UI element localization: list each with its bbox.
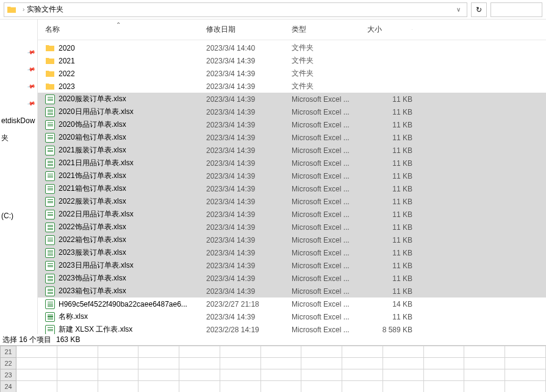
- sheet-cell[interactable]: [138, 369, 179, 381]
- table-row[interactable]: 20222023/3/4 14:39文件夹: [38, 67, 546, 80]
- sheet-cell[interactable]: [342, 358, 383, 369]
- sheet-cell[interactable]: [464, 358, 505, 369]
- sheet-cell[interactable]: [505, 381, 546, 393]
- sheet-cell[interactable]: [260, 369, 301, 381]
- breadcrumb-folder[interactable]: 实验文件夹: [27, 4, 63, 15]
- sheet-cell[interactable]: [138, 381, 179, 393]
- sheet-cell[interactable]: [220, 369, 260, 381]
- table-row[interactable]: 2020箱包订单表.xlsx2023/3/4 14:39Microsoft Ex…: [38, 131, 546, 144]
- sheet-cell[interactable]: [464, 346, 505, 358]
- sheet-cell[interactable]: [98, 346, 138, 358]
- sheet-cell[interactable]: [383, 369, 423, 381]
- table-row[interactable]: 2020服装订单表.xlsx2023/3/4 14:39Microsoft Ex…: [38, 93, 546, 105]
- sidebar-item[interactable]: 📌: [0, 78, 37, 95]
- spreadsheet-grid[interactable]: 21222324: [0, 345, 546, 392]
- excel-icon: [45, 120, 55, 130]
- sheet-cell[interactable]: [98, 358, 138, 369]
- sheet-cell[interactable]: [98, 381, 138, 393]
- sheet-cell[interactable]: [16, 369, 57, 381]
- sheet-cell[interactable]: [179, 358, 220, 369]
- table-row[interactable]: 2022服装订单表.xlsx2023/3/4 14:39Microsoft Ex…: [38, 195, 546, 208]
- sheet-cell[interactable]: [220, 381, 260, 393]
- table-row[interactable]: 2020饰品订单表.xlsx2023/3/4 14:39Microsoft Ex…: [38, 118, 546, 131]
- sheet-cell[interactable]: [179, 369, 220, 381]
- sheet-cell[interactable]: [16, 358, 57, 369]
- search-input[interactable]: [490, 2, 542, 17]
- table-row[interactable]: 2023箱包订单表.xlsx2023/3/4 14:39Microsoft Ex…: [38, 285, 546, 298]
- table-row[interactable]: 2023日用品订单表.xlsx2023/3/4 14:39Microsoft E…: [38, 259, 546, 272]
- sheet-cell[interactable]: [505, 358, 546, 369]
- sheet-row-header[interactable]: 24: [1, 381, 16, 393]
- address-box[interactable]: › 实验文件夹 ∨: [4, 2, 467, 17]
- sheet-row-header[interactable]: 23: [1, 369, 16, 381]
- refresh-button[interactable]: ↻: [471, 2, 487, 17]
- table-row[interactable]: 2022箱包订单表.xlsx2023/3/4 14:39Microsoft Ex…: [38, 233, 546, 246]
- sheet-cell[interactable]: [423, 358, 464, 369]
- column-type[interactable]: 类型: [292, 24, 367, 35]
- table-row[interactable]: 2021饰品订单表.xlsx2023/3/4 14:39Microsoft Ex…: [38, 169, 546, 182]
- sheet-cell[interactable]: [260, 346, 301, 358]
- folder-icon: [45, 56, 55, 66]
- sheet-cell[interactable]: [301, 346, 342, 358]
- sheet-cell[interactable]: [383, 346, 423, 358]
- sheet-cell[interactable]: [423, 346, 464, 358]
- sidebar-item[interactable]: 夹: [0, 129, 37, 146]
- sidebar-item[interactable]: 📌: [0, 61, 37, 78]
- sheet-cell[interactable]: [301, 381, 342, 393]
- sheet-cell[interactable]: [179, 381, 220, 393]
- table-row[interactable]: 2022饰品订单表.xlsx2023/3/4 14:39Microsoft Ex…: [38, 221, 546, 233]
- sheet-cell[interactable]: [505, 369, 546, 381]
- table-row[interactable]: 2021日用品订单表.xlsx2023/3/4 14:39Microsoft E…: [38, 157, 546, 169]
- sheet-cell[interactable]: [179, 346, 220, 358]
- sheet-cell[interactable]: [57, 358, 98, 369]
- sheet-cell[interactable]: [260, 358, 301, 369]
- sheet-row-header[interactable]: 21: [1, 346, 16, 358]
- table-row[interactable]: 2023饰品订单表.xlsx2023/3/4 14:39Microsoft Ex…: [38, 272, 546, 285]
- table-row[interactable]: 2021箱包订单表.xlsx2023/3/4 14:39Microsoft Ex…: [38, 182, 546, 195]
- table-row[interactable]: 名称.xlsx2023/3/4 14:39Microsoft Excel ...…: [38, 310, 546, 323]
- table-row[interactable]: 20202023/3/4 14:40文件夹: [38, 41, 546, 54]
- cell-name: 2022饰品订单表.xlsx: [59, 222, 206, 232]
- sheet-cell[interactable]: [342, 346, 383, 358]
- sheet-cell[interactable]: [423, 369, 464, 381]
- sheet-row-header[interactable]: 22: [1, 358, 16, 369]
- sheet-cell[interactable]: [16, 346, 57, 358]
- sheet-cell[interactable]: [464, 369, 505, 381]
- sidebar-drive[interactable]: (C:): [0, 207, 37, 224]
- sheet-cell[interactable]: [505, 346, 546, 358]
- address-dropdown-icon[interactable]: ∨: [453, 6, 464, 13]
- column-date[interactable]: 修改日期: [206, 24, 292, 35]
- sheet-cell[interactable]: [57, 369, 98, 381]
- sheet-cell[interactable]: [342, 381, 383, 393]
- sheet-cell[interactable]: [301, 369, 342, 381]
- sheet-cell[interactable]: [383, 358, 423, 369]
- sheet-cell[interactable]: [138, 346, 179, 358]
- sheet-cell[interactable]: [260, 381, 301, 393]
- sheet-cell[interactable]: [16, 381, 57, 393]
- table-row[interactable]: 20212023/3/4 14:39文件夹: [38, 54, 546, 67]
- sheet-cell[interactable]: [57, 346, 98, 358]
- sidebar-item[interactable]: 📌: [0, 44, 37, 61]
- table-row[interactable]: 新建 XLSX 工作表.xlsx2023/2/28 14:19Microsoft…: [38, 323, 546, 335]
- column-name[interactable]: 名称: [45, 24, 206, 35]
- table-row[interactable]: 2021服装订单表.xlsx2023/3/4 14:39Microsoft Ex…: [38, 144, 546, 157]
- sheet-cell[interactable]: [464, 381, 505, 393]
- sheet-cell[interactable]: [220, 346, 260, 358]
- sidebar-item[interactable]: etdiskDow: [0, 112, 37, 129]
- pin-icon: 📌: [27, 99, 36, 109]
- column-size[interactable]: 大小: [367, 24, 412, 35]
- table-row[interactable]: H969c5ef4522f490ba22caee6487ae6...2023/2…: [38, 298, 546, 310]
- sheet-cell[interactable]: [138, 358, 179, 369]
- table-row[interactable]: 2022日用品订单表.xlsx2023/3/4 14:39Microsoft E…: [38, 208, 546, 221]
- sheet-cell[interactable]: [423, 381, 464, 393]
- sheet-cell[interactable]: [301, 358, 342, 369]
- table-row[interactable]: 2020日用品订单表.xlsx2023/3/4 14:39Microsoft E…: [38, 105, 546, 118]
- table-row[interactable]: 20232023/3/4 14:39文件夹: [38, 80, 546, 93]
- sheet-cell[interactable]: [57, 381, 98, 393]
- sheet-cell[interactable]: [98, 369, 138, 381]
- sheet-cell[interactable]: [383, 381, 423, 393]
- sidebar-item[interactable]: 📌: [0, 95, 37, 112]
- sheet-cell[interactable]: [342, 369, 383, 381]
- sheet-cell[interactable]: [220, 358, 260, 369]
- table-row[interactable]: 2023服装订单表.xlsx2023/3/4 14:39Microsoft Ex…: [38, 246, 546, 259]
